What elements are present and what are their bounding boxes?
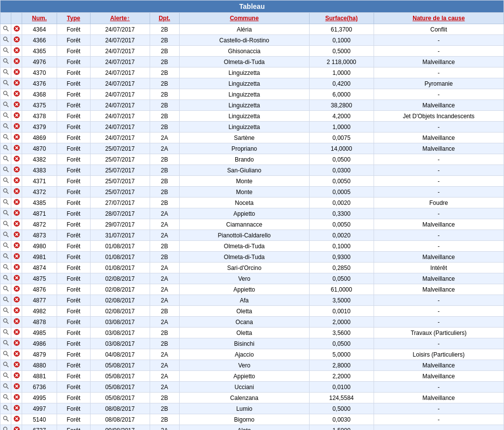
search-cell[interactable] [0, 187, 11, 198]
search-cell[interactable] [0, 414, 11, 425]
delete-cell[interactable] [11, 219, 22, 230]
search-cell[interactable] [0, 360, 11, 371]
delete-cell[interactable] [11, 382, 22, 393]
delete-icon[interactable] [13, 318, 20, 326]
delete-icon[interactable] [13, 372, 20, 380]
search-cell[interactable] [0, 306, 11, 317]
search-icon[interactable] [2, 350, 9, 359]
delete-icon[interactable] [13, 36, 20, 44]
search-cell[interactable] [0, 317, 11, 328]
delete-cell[interactable] [11, 111, 22, 122]
search-cell[interactable] [0, 284, 11, 295]
delete-icon[interactable] [13, 274, 20, 283]
delete-icon[interactable] [13, 209, 20, 218]
search-cell[interactable] [0, 176, 11, 187]
search-icon[interactable] [2, 231, 9, 239]
delete-cell[interactable] [11, 67, 22, 78]
col-header-alerte[interactable]: Alerte↑ [90, 13, 150, 24]
search-cell[interactable] [0, 403, 11, 414]
delete-cell[interactable] [11, 284, 22, 295]
delete-cell[interactable] [11, 306, 22, 317]
search-icon[interactable] [2, 253, 9, 261]
search-cell[interactable] [0, 78, 11, 89]
delete-cell[interactable] [11, 252, 22, 263]
search-cell[interactable] [0, 208, 11, 219]
delete-cell[interactable] [11, 273, 22, 284]
delete-cell[interactable] [11, 46, 22, 57]
search-cell[interactable] [0, 143, 11, 154]
delete-icon[interactable] [13, 242, 20, 250]
search-icon[interactable] [2, 209, 9, 218]
search-icon[interactable] [2, 329, 9, 337]
search-cell[interactable] [0, 67, 11, 78]
search-icon[interactable] [2, 415, 9, 424]
delete-icon[interactable] [13, 426, 20, 430]
search-cell[interactable] [0, 230, 11, 241]
search-icon[interactable] [2, 404, 9, 413]
delete-cell[interactable] [11, 208, 22, 219]
col-header-commune[interactable]: Commune [179, 13, 309, 24]
delete-cell[interactable] [11, 230, 22, 241]
search-cell[interactable] [0, 393, 11, 403]
search-icon[interactable] [2, 296, 9, 304]
search-cell[interactable] [0, 273, 11, 284]
search-icon[interactable] [2, 101, 9, 109]
search-cell[interactable] [0, 35, 11, 46]
search-icon[interactable] [2, 68, 9, 77]
delete-icon[interactable] [13, 220, 20, 229]
delete-icon[interactable] [13, 394, 20, 402]
delete-cell[interactable] [11, 187, 22, 198]
delete-icon[interactable] [13, 58, 20, 66]
search-cell[interactable] [0, 328, 11, 338]
search-icon[interactable] [2, 285, 9, 294]
delete-cell[interactable] [11, 100, 22, 111]
delete-icon[interactable] [13, 47, 20, 55]
search-cell[interactable] [0, 371, 11, 382]
search-cell[interactable] [0, 263, 11, 273]
search-icon[interactable] [2, 307, 9, 315]
delete-icon[interactable] [13, 264, 20, 272]
search-icon[interactable] [2, 112, 9, 120]
search-icon[interactable] [2, 242, 9, 250]
delete-cell[interactable] [11, 360, 22, 371]
search-cell[interactable] [0, 295, 11, 306]
search-icon[interactable] [2, 133, 9, 142]
search-icon[interactable] [2, 58, 9, 66]
delete-cell[interactable] [11, 328, 22, 338]
search-cell[interactable] [0, 252, 11, 263]
delete-icon[interactable] [13, 144, 20, 153]
delete-icon[interactable] [13, 68, 20, 77]
search-cell[interactable] [0, 132, 11, 143]
delete-icon[interactable] [13, 383, 20, 391]
delete-icon[interactable] [13, 253, 20, 261]
search-icon[interactable] [2, 339, 9, 348]
col-header-dpt[interactable]: Dpt. [150, 13, 179, 24]
search-icon[interactable] [2, 123, 9, 131]
col-header-nature[interactable]: Nature de la cause [374, 13, 504, 24]
search-icon[interactable] [2, 25, 9, 33]
search-cell[interactable] [0, 241, 11, 252]
search-icon[interactable] [2, 198, 9, 207]
search-icon[interactable] [2, 47, 9, 55]
delete-cell[interactable] [11, 122, 22, 132]
delete-cell[interactable] [11, 165, 22, 176]
col-header-type[interactable]: Type [57, 13, 91, 24]
delete-cell[interactable] [11, 132, 22, 143]
delete-icon[interactable] [13, 79, 20, 88]
delete-cell[interactable] [11, 241, 22, 252]
delete-cell[interactable] [11, 414, 22, 425]
search-icon[interactable] [2, 274, 9, 283]
delete-icon[interactable] [13, 133, 20, 142]
delete-icon[interactable] [13, 101, 20, 109]
search-cell[interactable] [0, 154, 11, 165]
search-cell[interactable] [0, 122, 11, 132]
delete-cell[interactable] [11, 35, 22, 46]
search-icon[interactable] [2, 79, 9, 88]
delete-icon[interactable] [13, 90, 20, 99]
delete-icon[interactable] [13, 415, 20, 424]
delete-icon[interactable] [13, 166, 20, 174]
delete-icon[interactable] [13, 177, 20, 185]
delete-icon[interactable] [13, 25, 20, 33]
search-icon[interactable] [2, 144, 9, 153]
delete-icon[interactable] [13, 155, 20, 164]
